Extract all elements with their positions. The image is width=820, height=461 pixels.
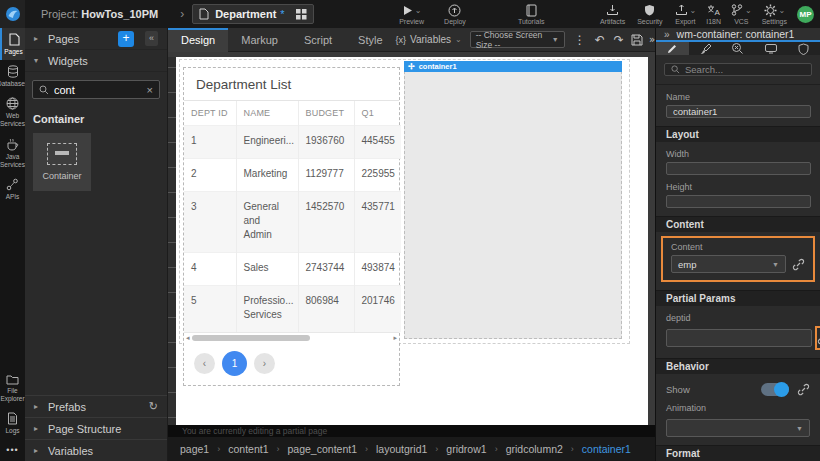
table-title: Department List [184,68,399,101]
i18n-button[interactable]: A I18N [706,4,721,25]
rail-item-pages[interactable]: Pages [0,28,25,60]
content-section-header: Content [656,216,820,232]
name-input[interactable] [666,105,811,118]
content-select[interactable]: emp ▼ [671,255,786,273]
deptid-input[interactable] [666,329,812,347]
table-row[interactable]: 1 Engineeri... 1936760 445455 [184,126,401,159]
artifacts-button[interactable]: Artifacts [600,4,625,25]
width-input[interactable] [666,162,811,175]
rail-item-java-services[interactable]: Java Services [0,133,25,173]
move-handle-icon[interactable]: ✢ [408,62,415,71]
tab-script[interactable]: Script [291,28,345,52]
tab-styles[interactable] [689,42,722,55]
breadcrumb-gridcolumn2[interactable]: gridcolumn2 [506,443,563,455]
tab-design[interactable]: Design [168,28,228,52]
pagination-page-1[interactable]: 1 [222,351,247,376]
preview-button[interactable]: ⌄ Preview [399,4,424,25]
security-button[interactable]: Security [637,4,662,25]
kebab-menu-icon[interactable]: ⋮ [574,34,586,46]
col-q1[interactable]: Q1 [354,101,401,126]
wavemaker-logo[interactable] [0,0,25,28]
design-area: Design Markup Script Style {x} Variables… [168,28,655,461]
height-input[interactable] [666,195,811,208]
breadcrumb-gridrow1[interactable]: gridrow1 [446,443,486,455]
animation-select[interactable]: ▼ [666,419,810,437]
toggle-knob [774,382,789,397]
pagination-next-button[interactable]: › [254,353,275,374]
property-search[interactable] [664,63,812,76]
export-button[interactable]: ⌄ Export [675,4,697,25]
col-dept-id[interactable]: DEPT ID [184,101,236,126]
variables-section-header[interactable]: ▸ Variables [25,439,167,461]
tab-style[interactable]: Style [345,28,395,52]
top-bar: Project: HowTos_10PM › Department * ⌄ Pr… [0,0,820,28]
col-name[interactable]: NAME [236,101,298,126]
table-row[interactable]: 5 Professio... Services 806984 201746 [184,286,401,333]
rail-item-logs[interactable]: Logs [0,407,25,439]
user-avatar[interactable]: MP [797,6,814,23]
screen-size-select[interactable]: -- Choose Screen Size -- ▼ [470,31,565,48]
tab-markup[interactable]: Markup [228,28,291,52]
prefabs-section-header[interactable]: ▸ Prefabs ↻ [25,395,167,417]
page-selector[interactable]: Department * [192,4,314,24]
table-row[interactable]: 2 Marketing 1129777 225955 [184,159,401,192]
collapse-panel-button[interactable]: « [145,31,158,46]
widget-search-input[interactable] [54,84,142,96]
rail-item-apis[interactable]: APIs [0,173,25,205]
property-search-input[interactable] [685,64,805,75]
breadcrumb-content1[interactable]: content1 [228,443,268,455]
scroll-left-icon[interactable]: ◂ [186,334,190,342]
svg-text:A: A [714,8,720,16]
play-icon [402,5,413,16]
current-page-name: Department [215,8,276,20]
tab-devices[interactable] [754,42,787,55]
pages-section-header[interactable]: ▸ Pages + « [25,28,167,50]
breadcrumb-page-content1[interactable]: page_content1 [288,443,357,455]
scroll-right-icon[interactable]: ▸ [393,334,397,342]
bind-link-icon[interactable] [792,258,805,271]
rail-item-web-services[interactable]: Web Services [0,92,25,132]
tab-events[interactable] [722,42,755,55]
settings-button[interactable]: ⌄ Settings [762,4,787,25]
save-icon[interactable] [631,34,643,46]
scrollbar-thumb[interactable] [192,335,310,341]
department-table-widget[interactable]: Department List DEPT ID NAME BUDGET Q1 1… [183,67,400,386]
show-toggle[interactable] [761,383,789,396]
chevron-right-icon: › [180,7,184,21]
undo-icon[interactable]: ↶ [595,34,605,46]
more-options-icon[interactable]: ••• [0,439,25,461]
tab-properties[interactable] [656,42,689,55]
collapse-right-panel-icon[interactable]: » [664,29,670,40]
container1-widget[interactable]: ✢ container1 [404,61,622,339]
widget-search[interactable]: × [32,80,160,99]
rail-item-file-explorer[interactable]: File Explorer [0,369,25,407]
redo-icon[interactable]: ↷ [614,34,624,46]
canvas-toolbar: Design Markup Script Style {x} Variables… [168,28,655,52]
container-widget-tile[interactable]: Container [33,133,91,191]
widgets-section-header[interactable]: ▾ Widgets [25,50,167,72]
container1-selection-bar[interactable]: ✢ container1 [404,61,622,72]
breadcrumb-container1[interactable]: container1 [582,443,631,455]
tutorials-button[interactable]: Tutorials [518,4,545,25]
table-row[interactable]: 3 General and Admin 1452570 435771 [184,192,401,253]
clear-search-icon[interactable]: × [147,84,153,96]
tab-security[interactable] [787,42,820,55]
breadcrumb-page1[interactable]: page1 [180,443,209,455]
pagination-prev-button[interactable]: ‹ [194,353,215,374]
rail-item-databases[interactable]: Databases [0,60,25,92]
deploy-button[interactable]: Deploy [444,4,466,25]
bind-link-icon[interactable] [797,383,810,396]
page-structure-section-header[interactable]: ▸ Page Structure [25,417,167,439]
horizontal-scrollbar[interactable]: ◂ ▸ [184,332,399,343]
refresh-icon[interactable]: ↻ [149,400,158,413]
col-budget[interactable]: BUDGET [298,101,354,126]
design-canvas[interactable]: Department List DEPT ID NAME BUDGET Q1 1… [176,57,648,425]
pages-grid-icon[interactable] [296,9,307,20]
collapsed-arrow-icon: ▸ [34,424,41,433]
breadcrumb-layoutgrid1[interactable]: layoutgrid1 [376,443,427,455]
table-row[interactable]: 4 Sales 2743744 493874 [184,253,401,286]
add-page-button[interactable]: + [118,31,134,47]
vcs-button[interactable]: ⌄ VCS [731,4,752,25]
caret-down-icon: ▼ [772,261,779,268]
variables-menu[interactable]: {x} Variables ⌄ [396,34,462,45]
